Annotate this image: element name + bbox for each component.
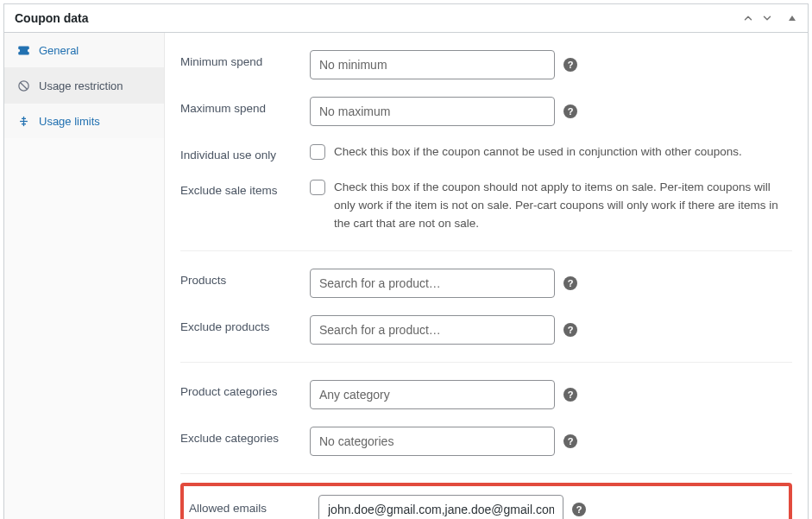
product-categories-input[interactable] [310,380,555,409]
row-maximum-spend: Maximum spend ? [180,88,792,135]
maximum-spend-label: Maximum spend [180,97,310,115]
svg-line-2 [20,82,27,89]
help-icon[interactable]: ? [563,104,577,118]
individual-use-checkbox[interactable] [310,144,325,160]
panel-toggle-icon[interactable] [787,13,797,23]
panel-controls [742,12,797,24]
products-label: Products [180,269,310,287]
row-exclude-products: Exclude products ? [180,307,792,353]
individual-use-label: Individual use only [180,143,310,161]
help-icon[interactable]: ? [563,276,577,290]
tab-usage-limits-label: Usage limits [39,115,100,128]
exclude-sale-checkbox[interactable] [310,180,325,195]
maximum-spend-input[interactable] [310,97,555,126]
sidebar-tabs: General Usage restriction Usage limits [4,33,165,519]
exclude-sale-desc: Check this box if the coupon should not … [334,179,792,233]
help-icon[interactable]: ? [563,58,577,72]
divider [180,362,792,363]
minimum-spend-label: Minimum spend [180,50,310,68]
exclude-products-input[interactable] [310,315,555,345]
tab-usage-restriction-label: Usage restriction [39,79,123,92]
help-icon[interactable]: ? [563,323,577,337]
help-icon[interactable]: ? [563,388,577,402]
allowed-emails-label: Allowed emails [189,495,318,515]
row-product-categories: Product categories ? [180,371,792,418]
row-allowed-emails: Allowed emails ? [189,493,784,519]
allowed-emails-highlight: Allowed emails ? [180,483,792,519]
tab-usage-limits[interactable]: Usage limits [4,104,164,138]
tab-general-label: General [39,44,79,57]
minimum-spend-input[interactable] [310,50,555,79]
coupon-data-panel: Coupon data General [3,3,809,519]
products-input[interactable] [310,269,555,298]
individual-use-desc: Check this box if the coupon cannot be u… [334,143,742,161]
row-exclude-categories: Exclude categories ? [180,418,792,465]
tab-usage-restriction[interactable]: Usage restriction [4,68,164,104]
tab-content: Minimum spend ? Maximum spend ? Individu… [165,33,808,519]
ban-icon [16,79,30,92]
panel-title: Coupon data [15,11,89,25]
svg-marker-0 [789,16,796,21]
exclude-products-label: Exclude products [180,315,310,333]
panel-move-down-icon[interactable] [761,12,773,24]
divider [180,473,792,474]
divider [180,250,792,251]
row-individual-use: Individual use only Check this box if th… [180,135,792,170]
panel-move-up-icon[interactable] [742,12,754,24]
row-products: Products ? [180,260,792,307]
panel-header: Coupon data [4,4,808,33]
exclude-sale-label: Exclude sale items [180,179,310,197]
ticket-icon [16,43,30,57]
exclude-categories-label: Exclude categories [180,427,310,445]
row-minimum-spend: Minimum spend ? [180,41,792,88]
panel-body: General Usage restriction Usage limits M… [4,33,808,519]
exclude-categories-input[interactable] [310,427,555,456]
help-icon[interactable]: ? [563,434,577,448]
sliders-icon [16,114,30,128]
product-categories-label: Product categories [180,380,310,398]
help-icon[interactable]: ? [572,503,586,516]
row-exclude-sale: Exclude sale items Check this box if the… [180,170,792,242]
allowed-emails-input[interactable] [318,495,563,519]
tab-general[interactable]: General [4,33,164,68]
